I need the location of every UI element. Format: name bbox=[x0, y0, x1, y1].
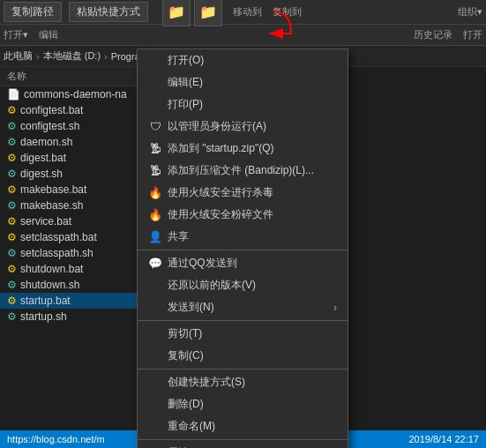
file-name: digest.sh bbox=[20, 168, 63, 180]
file-items-container: 📄commons-daemon-na⚙configtest.bat⚙config… bbox=[0, 86, 158, 325]
context-menu-item[interactable]: 重命名(M) bbox=[138, 415, 348, 437]
menu-item-icon bbox=[148, 54, 162, 68]
context-menu-item[interactable]: 👤共享 bbox=[138, 226, 348, 248]
menu-item-label: 编辑(E) bbox=[168, 75, 203, 90]
file-name: service.bat bbox=[20, 215, 71, 228]
file-icon: ⚙ bbox=[7, 310, 17, 323]
file-item[interactable]: ⚙setclasspath.sh bbox=[0, 245, 158, 261]
file-item[interactable]: ⚙shutdown.bat bbox=[0, 261, 158, 277]
file-icon: ⚙ bbox=[7, 183, 17, 196]
top-toolbar: 复制路径 粘贴快捷方式 📁 📁 移动到 复制到 组织▾ bbox=[0, 0, 486, 25]
paste-shortcut-button[interactable]: 粘贴快捷方式 bbox=[69, 2, 148, 22]
menu-item-label: 以管理员身份运行(A) bbox=[168, 119, 266, 134]
file-name: makebase.sh bbox=[20, 199, 83, 212]
menu-item-label: 剪切(T) bbox=[168, 326, 202, 341]
group-label[interactable]: 组织▾ bbox=[458, 5, 482, 19]
move-to-label: 移动到 bbox=[233, 5, 262, 19]
status-datetime: 2019/8/14 22:17 bbox=[408, 434, 479, 444]
file-icon: ⚙ bbox=[7, 215, 17, 228]
menu-item-label: 打开(O) bbox=[168, 53, 204, 68]
menu-item-icon: 🗜 bbox=[148, 142, 162, 156]
file-name: configtest.sh bbox=[20, 120, 79, 132]
file-item[interactable]: ⚙startup.sh bbox=[0, 309, 158, 325]
copy-to-button[interactable]: 📁 bbox=[194, 0, 222, 26]
menu-item-label: 打印(P) bbox=[168, 97, 203, 112]
menu-item-icon: 🔥 bbox=[148, 186, 162, 200]
menu-separator bbox=[138, 369, 348, 370]
file-item[interactable]: ⚙configtest.sh bbox=[0, 118, 158, 134]
menu-item-icon bbox=[148, 327, 162, 341]
context-menu-item[interactable]: 剪切(T) bbox=[138, 323, 348, 345]
file-icon: ⚙ bbox=[7, 263, 17, 275]
file-icon: ⚙ bbox=[7, 120, 17, 132]
menu-item-label: 重命名(M) bbox=[168, 419, 215, 434]
copy-path-button[interactable]: 复制路径 bbox=[4, 2, 62, 22]
file-item[interactable]: ⚙digest.bat bbox=[0, 150, 158, 166]
breadcrumb-arrow-2: › bbox=[104, 51, 108, 62]
file-item[interactable]: ⚙setclasspath.bat bbox=[0, 229, 158, 245]
breadcrumb-local-disk[interactable]: 本地磁盘 (D:) bbox=[43, 49, 101, 63]
context-menu-item[interactable]: 删除(D) bbox=[138, 393, 348, 415]
context-menu-item[interactable]: 复制(C) bbox=[138, 345, 348, 367]
file-item[interactable]: ⚙shutdown.sh bbox=[0, 277, 158, 293]
open-btn2[interactable]: 打开 bbox=[463, 28, 482, 41]
file-name: startup.bat bbox=[20, 295, 71, 307]
menu-item-icon bbox=[148, 76, 162, 90]
file-icon: 📄 bbox=[7, 88, 20, 101]
breadcrumb-this-pc[interactable]: 此电脑 bbox=[4, 49, 33, 63]
menu-item-label: 添加到压缩文件 (Bandizip)(L)... bbox=[168, 163, 314, 178]
context-menu-item[interactable]: 属性(R) bbox=[138, 442, 348, 448]
file-item[interactable]: ⚙daemon.sh bbox=[0, 134, 158, 150]
file-name: shutdown.bat bbox=[20, 263, 83, 275]
menu-item-label: 添加到 "startup.zip"(Q) bbox=[168, 141, 274, 156]
file-item[interactable]: 📄commons-daemon-na bbox=[0, 86, 158, 102]
file-item[interactable]: ⚙startup.bat bbox=[0, 293, 158, 309]
file-icon: ⚙ bbox=[7, 247, 17, 259]
context-menu-item[interactable]: 打开(O) bbox=[138, 49, 348, 71]
breadcrumb-arrow-1: › bbox=[36, 51, 40, 62]
context-menu-item[interactable]: 💬通过QQ发送到 bbox=[138, 252, 348, 274]
menu-item-icon: 👤 bbox=[148, 230, 162, 244]
file-name: makebase.bat bbox=[20, 183, 86, 196]
file-icon: ⚙ bbox=[7, 231, 17, 243]
file-item[interactable]: ⚙makebase.sh bbox=[0, 198, 158, 213]
file-icon: ⚙ bbox=[7, 199, 17, 212]
file-item[interactable]: ⚙makebase.bat bbox=[0, 182, 158, 198]
context-menu-item[interactable]: 🗜添加到 "startup.zip"(Q) bbox=[138, 138, 348, 160]
file-icon: ⚙ bbox=[7, 279, 17, 291]
file-name: shutdown.sh bbox=[20, 279, 79, 291]
file-item[interactable]: ⚙digest.sh bbox=[0, 166, 158, 182]
context-menu-item[interactable]: 还原以前的版本(V) bbox=[138, 274, 348, 296]
file-list-header: 名称 bbox=[0, 67, 158, 86]
context-menu-item[interactable]: 创建快捷方式(S) bbox=[138, 371, 348, 393]
move-to-button[interactable]: 📁 bbox=[162, 0, 191, 26]
context-menu-item[interactable]: 🔥使用火绒安全粉碎文件 bbox=[138, 204, 348, 226]
edit-btn[interactable]: 编辑 bbox=[39, 28, 58, 41]
status-url: https://blog.csdn.net/m bbox=[7, 434, 105, 444]
context-menu-item[interactable]: 🗜添加到压缩文件 (Bandizip)(L)... bbox=[138, 160, 348, 182]
context-menu-item[interactable]: 打印(P) bbox=[138, 93, 348, 116]
menu-item-label: 删除(D) bbox=[168, 397, 204, 412]
copy-to-label: 复制到 bbox=[273, 5, 302, 19]
context-menu-item[interactable]: 发送到(N)› bbox=[138, 296, 348, 318]
menu-item-icon bbox=[148, 420, 162, 434]
menu-item-label: 共享 bbox=[168, 229, 189, 244]
file-item[interactable]: ⚙service.bat bbox=[0, 213, 158, 229]
history-btn[interactable]: 历史记录 bbox=[414, 28, 452, 41]
file-icon: ⚙ bbox=[7, 152, 17, 164]
context-menu-item[interactable]: 🔥使用火绒安全进行杀毒 bbox=[138, 182, 348, 204]
menu-item-icon bbox=[148, 301, 162, 315]
menu-item-label: 发送到(N) bbox=[168, 300, 214, 315]
file-item[interactable]: ⚙configtest.bat bbox=[0, 102, 158, 118]
context-menu-item[interactable]: 编辑(E) bbox=[138, 71, 348, 93]
open-dropdown[interactable]: 打开▾ bbox=[4, 28, 28, 41]
file-name: startup.sh bbox=[20, 310, 67, 323]
file-icon: ⚙ bbox=[7, 295, 17, 307]
context-menu-item[interactable]: 🛡以管理员身份运行(A) bbox=[138, 116, 348, 138]
menu-item-icon bbox=[148, 376, 162, 390]
menu-item-label: 通过QQ发送到 bbox=[168, 256, 237, 271]
menu-item-icon: 🔥 bbox=[148, 208, 162, 222]
menu-separator bbox=[138, 250, 348, 250]
menu-item-label: 使用火绒安全粉碎文件 bbox=[168, 207, 273, 222]
menu-separator bbox=[138, 439, 348, 440]
